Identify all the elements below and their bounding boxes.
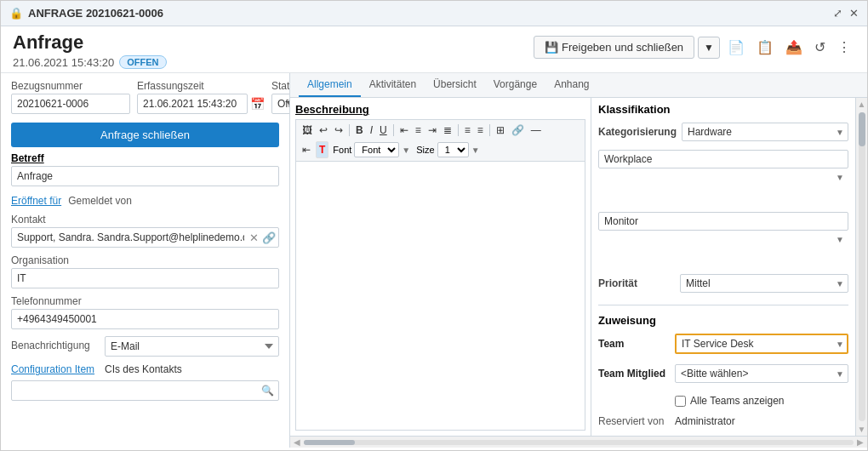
- copy-icon-button[interactable]: 📋: [752, 35, 778, 60]
- more-options-icon-button[interactable]: ⋮: [833, 35, 855, 60]
- config-item-value: CIs des Kontakts: [105, 363, 182, 375]
- telefonnummer-field: Telefonnummer: [11, 295, 279, 329]
- calendar-icon[interactable]: 📅: [250, 97, 265, 111]
- kontakt-field: Kontakt ✕ 🔗: [11, 214, 279, 248]
- scroll-down-arrow[interactable]: ▼: [858, 425, 866, 434]
- classification-title: Klassifikation: [598, 103, 848, 116]
- toolbar-sep2: [393, 124, 394, 136]
- toolbar-italic-button[interactable]: I: [368, 123, 375, 138]
- toolbar-image-button[interactable]: 🖼: [300, 123, 315, 138]
- kat-select-1-wrap: Hardware ▼: [682, 123, 848, 141]
- benachrichtigung-select[interactable]: E-Mail: [105, 336, 279, 357]
- toolbar-align-center-button[interactable]: ≡: [413, 123, 424, 138]
- toolbar-underline-button[interactable]: U: [377, 123, 390, 138]
- clear-icon[interactable]: ✕: [249, 231, 259, 244]
- config-item-label[interactable]: Configuration Item: [11, 363, 96, 375]
- font-select[interactable]: Font: [354, 142, 399, 157]
- status-select[interactable]: Offen: [271, 94, 290, 114]
- scroll-thumb[interactable]: [859, 112, 865, 146]
- contact-icons: ✕ 🔗: [249, 231, 276, 244]
- alle-teams-label: Alle Teams anzeigen: [690, 395, 785, 407]
- bezugsnummer-input[interactable]: [11, 94, 130, 114]
- team-select[interactable]: IT Service Desk: [675, 334, 848, 354]
- tab-aktivitaeten[interactable]: Aktivitäten: [361, 73, 425, 97]
- team-mitglied-row: Team Mitglied <Bitte wählen> ▼: [598, 364, 848, 383]
- size-select[interactable]: 1: [437, 142, 469, 157]
- subtitle-date: 21.06.2021 15:43:20: [13, 56, 114, 69]
- toolbar-align-right-button[interactable]: ⇥: [425, 123, 439, 138]
- kat-select-3-wrap: Monitor ▼: [598, 212, 848, 265]
- organisation-input[interactable]: [11, 268, 279, 288]
- release-close-button[interactable]: 💾 Freigeben und schließen: [534, 36, 694, 59]
- subtab-eroeffnet[interactable]: Eröffnet für: [11, 193, 68, 208]
- toolbar-list-ordered-button[interactable]: ≡: [462, 123, 473, 138]
- scroll-up-arrow[interactable]: ▲: [858, 100, 866, 109]
- editor-title: Beschreibung: [295, 103, 585, 116]
- tab-anhang[interactable]: Anhang: [545, 73, 597, 97]
- kat-select-2[interactable]: Workplace: [598, 150, 848, 168]
- release-dropdown-button[interactable]: ▼: [698, 37, 720, 59]
- save-icon: 💾: [545, 41, 558, 54]
- toolbar-align-justify-button[interactable]: ≣: [441, 123, 454, 138]
- toolbar-list-unordered-button[interactable]: ≡: [475, 123, 486, 138]
- team-label: Team: [598, 338, 675, 350]
- right-scrollbar[interactable]: ▲ ▼: [855, 98, 867, 436]
- scroll-right-arrow[interactable]: ▶: [857, 437, 864, 447]
- prioritaet-select[interactable]: Mittel: [680, 274, 848, 293]
- search-icon: 🔍: [261, 385, 274, 397]
- team-mitglied-label: Team Mitglied: [598, 368, 675, 380]
- toolbar-color-t-button[interactable]: T: [316, 141, 328, 158]
- refresh-icon-button[interactable]: ↺: [810, 35, 830, 60]
- scroll-left-arrow[interactable]: ◀: [294, 437, 300, 447]
- kat-select-1[interactable]: Hardware: [682, 123, 848, 141]
- telefonnummer-label: Telefonnummer: [11, 295, 279, 307]
- prioritaet-label: Priorität: [598, 277, 675, 289]
- title-bar-actions: ⤢ ✕: [833, 7, 859, 20]
- toolbar-hr-button[interactable]: —: [528, 123, 544, 138]
- right-tabs-row: Allgemein Aktivitäten Übersicht Vorgänge…: [290, 73, 867, 98]
- toolbar-align-left-button[interactable]: ⇤: [397, 123, 411, 138]
- erfassungszeit-label: Erfassungszeit: [137, 80, 265, 92]
- betreff-input[interactable]: [11, 166, 279, 186]
- scroll-track: [859, 112, 865, 421]
- kontakt-input[interactable]: [11, 227, 279, 248]
- toolbar-table-button[interactable]: ⊞: [494, 123, 507, 138]
- new-doc-icon-button[interactable]: 📄: [723, 35, 749, 60]
- organisation-label: Organisation: [11, 254, 279, 266]
- toolbar-sep4: [489, 124, 490, 136]
- size-label: Size: [416, 145, 434, 155]
- toolbar-font-arrow: ▼: [402, 146, 410, 155]
- content-area: Bezugsnummer Erfassungszeit 📅 Status Off…: [1, 73, 867, 448]
- export-icon-button[interactable]: 📤: [781, 35, 807, 60]
- h-scroll-thumb[interactable]: [304, 440, 355, 445]
- right-panel: Allgemein Aktivitäten Übersicht Vorgänge…: [290, 73, 867, 448]
- link-icon[interactable]: 🔗: [262, 231, 276, 244]
- toolbar-outdent-button[interactable]: ⇤: [300, 142, 313, 157]
- status-label: Status: [271, 80, 290, 92]
- alle-teams-checkbox[interactable]: [675, 396, 686, 407]
- telefonnummer-input[interactable]: [11, 309, 279, 329]
- search-input[interactable]: [11, 380, 279, 401]
- erfassungszeit-input[interactable]: [137, 94, 248, 114]
- toolbar-undo-button[interactable]: ↩: [317, 123, 330, 138]
- tab-uebersicht[interactable]: Übersicht: [425, 73, 485, 97]
- font-label: Font: [333, 145, 351, 155]
- toolbar-link-button[interactable]: 🔗: [509, 123, 527, 138]
- kat-select-3[interactable]: Monitor: [598, 212, 848, 231]
- subtab-gemeldet[interactable]: Gemeldet von: [68, 193, 139, 208]
- kat-select-2-wrap: Workplace ▼: [598, 150, 848, 203]
- release-close-label: Freigeben und schließen: [562, 41, 683, 54]
- toolbar-redo-button[interactable]: ↪: [332, 123, 345, 138]
- lock-icon: 🔒: [9, 7, 23, 20]
- tab-allgemein[interactable]: Allgemein: [299, 73, 361, 97]
- team-mitglied-select-wrap: <Bitte wählen> ▼: [675, 364, 848, 383]
- toolbar-bold-button[interactable]: B: [353, 123, 366, 138]
- maximize-icon[interactable]: ⤢: [833, 7, 842, 20]
- bottom-scrollbar[interactable]: ◀ ▶: [290, 436, 867, 448]
- editor-body[interactable]: [295, 161, 585, 431]
- search-wrap: 🔍: [11, 380, 279, 401]
- close-icon[interactable]: ✕: [849, 7, 859, 20]
- tab-vorgaenge[interactable]: Vorgänge: [485, 73, 545, 97]
- team-mitglied-select[interactable]: <Bitte wählen>: [675, 364, 848, 383]
- anfrage-schliessen-button[interactable]: Anfrage schließen: [11, 123, 279, 147]
